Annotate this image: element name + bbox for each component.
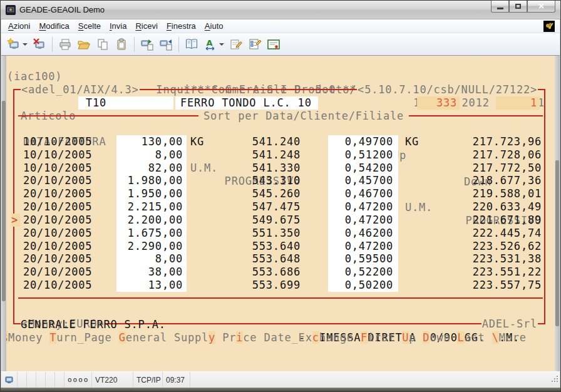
cell-prezzo[interactable]: 0,51200 <box>328 148 398 162</box>
toolbar-send-file-icon[interactable] <box>138 36 156 53</box>
hotkey-text[interactable]: eneral Suppl <box>126 331 208 344</box>
cell-prezzo[interactable]: 0,46700 <box>328 187 398 200</box>
menu-finestra[interactable]: Finestra <box>162 21 200 31</box>
toolbar-copy-icon[interactable] <box>94 36 111 53</box>
article-description-field[interactable]: FERRO TONDO L.C. 10 <box>175 96 318 110</box>
menu-azioni[interactable]: Azioni <box>4 21 34 31</box>
table-row[interactable]: 10/10/2005130,00KG541.2400,49700KG217.72… <box>6 135 555 148</box>
cell-prezzo[interactable]: 0,59500 <box>328 252 398 266</box>
table-row[interactable]: 20/10/20051.950,00545.2600,46700219.588,… <box>6 187 555 200</box>
cell-prezzo[interactable]: 0,45700 <box>328 174 398 187</box>
host-label: <adel_01/AIX/4.3> <box>21 83 140 96</box>
hotkey-accelerator[interactable]: i <box>236 331 243 344</box>
up-count-field: 333 <box>417 96 460 110</box>
right-scrollbar-thumb[interactable] <box>555 160 559 326</box>
hotkey-accelerator[interactable]: D <box>423 331 430 344</box>
hotkey-text[interactable]: p <box>409 331 423 344</box>
toolbar-connect-icon[interactable] <box>5 36 29 53</box>
menu-invia[interactable]: Invia <box>105 21 131 31</box>
table-row[interactable]: 10/10/20058,00541.2480,51200217.728,06 <box>6 148 555 162</box>
cell-prezzo[interactable]: 0,50200 <box>328 279 398 292</box>
hotkey-accelerator[interactable]: U <box>402 331 409 344</box>
sort-caption: Sort per Data/Cliente/Filiale <box>198 110 409 122</box>
cell-quantita[interactable]: 13,00 <box>116 279 187 292</box>
hotkey-accelerator[interactable]: L <box>457 331 464 344</box>
dropdown-caret-icon[interactable] <box>219 43 224 46</box>
menu-aiuto[interactable]: Aiuto <box>200 21 228 31</box>
cell-prezzo[interactable]: 0,47200 <box>328 240 398 253</box>
left-scrollbar-thumb[interactable] <box>2 101 6 301</box>
table-row[interactable]: 20/10/20052.290,00553.6400,47200223.526,… <box>6 240 555 253</box>
sort-divider: Sort per Data/Cliente/Filiale <box>18 109 543 122</box>
cell-quantita[interactable]: 2.215,00 <box>116 200 187 214</box>
cell-quantita[interactable]: 82,00 <box>116 162 187 175</box>
cell-prezzo[interactable]: 0,52200 <box>328 266 398 279</box>
cell-quantita[interactable]: 130,00 <box>116 135 187 148</box>
table-row[interactable]: 20/10/200538,00553.6860,52200223.551,22 <box>6 266 555 279</box>
cell-prezzo[interactable]: 0,47200 <box>328 214 398 227</box>
hotkey-accelerator[interactable]: G <box>119 331 126 344</box>
cell-prezzo[interactable]: 0,46200 <box>328 227 398 240</box>
maximize-button[interactable] <box>509 1 527 13</box>
toolbar-receive-file-icon[interactable] <box>157 36 175 53</box>
close-button[interactable]: ✕ <box>527 1 555 13</box>
cell-progressivo2: 219.588,01 <box>448 187 542 200</box>
article-code-field[interactable]: T10 <box>78 96 173 110</box>
title-bar[interactable]: GEADE-GEAOIL Demo ✕ <box>1 1 560 19</box>
hotkey-accelerator[interactable]: \ <box>492 331 499 344</box>
hotkey-accelerator[interactable]: F <box>361 331 368 344</box>
table-row[interactable]: 20/10/200513,00553.6990,50200223.557,75 <box>6 279 555 292</box>
hotkey-text[interactable]: Pr <box>215 331 236 344</box>
cell-quantita[interactable]: 8,00 <box>116 148 187 162</box>
dropdown-caret-icon[interactable] <box>23 43 28 46</box>
cell-quantita[interactable]: 38,00 <box>116 266 187 279</box>
table-row[interactable]: 20/10/20051.980,00543.3100,45700218.677,… <box>6 174 555 187</box>
cell-quantita[interactable]: 2.200,00 <box>116 214 187 227</box>
left-scrollbar[interactable] <box>1 56 6 371</box>
hotkey-text[interactable]: own <box>430 331 457 344</box>
minimize-button[interactable] <box>491 1 509 13</box>
hotkey-text[interactable]: ce Date_Ex <box>243 331 312 344</box>
cell-quantita[interactable]: 2.290,00 <box>116 240 187 253</box>
menu-ricevi[interactable]: Ricevi <box>131 21 162 31</box>
status-time: 09:37 <box>163 372 190 388</box>
hotkey-accelerator[interactable]: T <box>49 331 56 344</box>
table-row[interactable]: 20/10/20051.675,00551.3500,46200222.445,… <box>6 227 555 240</box>
toolbar-font-icon[interactable]: A <box>202 36 226 53</box>
toolbar-properties-pad-icon[interactable] <box>246 36 264 53</box>
hotkey-text[interactable]: irst <box>368 331 402 344</box>
menu-scelte[interactable]: Scelte <box>74 21 105 31</box>
table-row[interactable]: 20/10/20058,00553.6480,59500223.531,38 <box>6 252 555 266</box>
terminal-screen: (iac100) ***** G E A S I D 5.0 ***** 15 … <box>6 56 555 371</box>
toolbar-paste-icon[interactable] <box>113 36 130 53</box>
toolbar-open-folder-icon[interactable] <box>75 36 93 53</box>
hotkey-accelerator[interactable]: c <box>312 331 319 344</box>
cell-quantita[interactable]: 1.950,00 <box>116 187 187 200</box>
menu-modifica[interactable]: Modifica <box>34 21 73 31</box>
menu-items: AzioniModificaScelteInviaRiceviFinestraA… <box>4 21 228 31</box>
cell-prezzo[interactable]: 0,47200 <box>328 200 398 214</box>
hotkey-text[interactable]: Money <box>8 331 49 344</box>
hotkey-text[interactable]: hange <box>319 331 361 344</box>
toolbar-disconnect-icon[interactable] <box>31 36 48 53</box>
cell-prezzo[interactable]: 0,54200 <box>328 162 398 175</box>
toolbar-print-icon[interactable] <box>56 36 74 53</box>
toolbar-certificate-icon[interactable] <box>265 36 282 53</box>
hotkey-text[interactable]: urn_Page <box>56 331 118 344</box>
cell-progressivo2: 218.677,36 <box>448 174 542 187</box>
cell-quantita[interactable]: 1.980,00 <box>116 174 187 187</box>
toolbar-edit-pad-icon[interactable] <box>227 36 245 53</box>
cell-prezzo[interactable]: 0,49700 <box>328 135 398 148</box>
cell-quantita[interactable]: 8,00 <box>116 252 187 266</box>
resize-grip[interactable] <box>552 376 558 382</box>
table-row[interactable]: 10/10/200582,00541.3300,54200217.772,50 <box>6 162 555 175</box>
table-row[interactable]: >20/10/20052.200,00549.6750,47200221.671… <box>6 214 555 227</box>
right-scrollbar[interactable] <box>555 56 560 371</box>
cell-quantita[interactable]: 1.675,00 <box>116 227 187 240</box>
hotkey-accelerator[interactable]: y <box>208 331 215 344</box>
toolbar-keyboard-book-icon[interactable] <box>183 36 200 53</box>
hotkey-text[interactable]: More <box>499 331 527 344</box>
table-row[interactable]: 20/10/20052.215,00547.4750,47200220.633,… <box>6 200 555 214</box>
cell-progressivo2: 220.633,49 <box>448 200 542 214</box>
hotkey-text[interactable]: ast <box>465 331 492 344</box>
